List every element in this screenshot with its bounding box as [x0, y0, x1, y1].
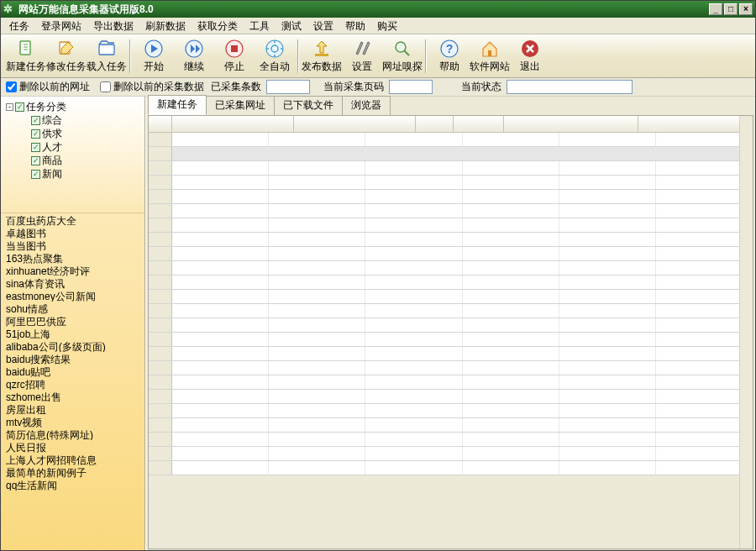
grid-cell[interactable]: [559, 290, 656, 303]
grid-cell[interactable]: [172, 276, 269, 289]
table-row[interactable]: [149, 361, 753, 375]
list-item[interactable]: 阿里巴巴供应: [1, 314, 144, 327]
grid-cell[interactable]: [559, 361, 656, 375]
table-row[interactable]: [149, 261, 753, 276]
delete-prev-data-checkbox[interactable]: 删除以前的采集数据: [100, 80, 204, 94]
grid-cell[interactable]: [269, 433, 365, 446]
grid-cell[interactable]: [172, 290, 269, 303]
grid-cell[interactable]: [559, 318, 656, 332]
grid-cell[interactable]: [269, 333, 365, 346]
list-item[interactable]: 上海人才网招聘信息: [1, 453, 144, 465]
grid-cell[interactable]: [463, 461, 559, 475]
current-page-input[interactable]: [389, 80, 433, 94]
list-item[interactable]: alibaba公司(多级页面): [1, 339, 144, 352]
grid-cell[interactable]: [365, 304, 462, 317]
grid-header-cell[interactable]: [172, 116, 294, 132]
grid-cell[interactable]: [463, 433, 559, 446]
list-item[interactable]: szhome出售: [1, 390, 144, 402]
menu-测试[interactable]: 测试: [276, 18, 307, 34]
grid-cell[interactable]: [656, 361, 753, 375]
grid-cell[interactable]: [463, 304, 559, 317]
grid-cell[interactable]: [172, 147, 269, 160]
menu-购买[interactable]: 购买: [372, 18, 402, 34]
toolbar-load-button[interactable]: 载入任务: [87, 36, 127, 76]
tab-2[interactable]: 已下载文件: [274, 96, 343, 115]
grid-header-cell[interactable]: [416, 116, 454, 132]
grid-cell[interactable]: [656, 276, 753, 289]
grid-cell[interactable]: [172, 176, 269, 189]
grid-cell[interactable]: [269, 261, 365, 275]
grid-cell[interactable]: [365, 204, 462, 218]
grid-cell[interactable]: [656, 204, 753, 218]
table-row[interactable]: [149, 218, 753, 233]
grid-cell[interactable]: [463, 404, 559, 417]
grid-cell[interactable]: [656, 347, 753, 360]
list-item[interactable]: qq生活新闻: [1, 478, 144, 491]
table-row[interactable]: [149, 233, 753, 247]
grid-cell[interactable]: [269, 447, 365, 460]
list-item[interactable]: 最简单的新闻例子: [1, 465, 144, 478]
grid-cell[interactable]: [172, 461, 269, 475]
collected-count-input[interactable]: [266, 80, 310, 94]
grid-cell[interactable]: [172, 161, 269, 175]
close-button[interactable]: ×: [739, 3, 753, 15]
table-row[interactable]: [149, 404, 753, 418]
grid-cell[interactable]: [269, 290, 365, 303]
grid-cell[interactable]: [365, 433, 462, 446]
grid-cell[interactable]: [559, 276, 656, 289]
grid-cell[interactable]: [559, 404, 656, 417]
tree-item[interactable]: 综合: [6, 113, 141, 127]
grid-cell[interactable]: [656, 218, 753, 232]
tree-check-icon[interactable]: [31, 143, 40, 152]
grid-header-cell[interactable]: [504, 116, 638, 132]
grid-cell[interactable]: [463, 390, 559, 403]
tree-item[interactable]: 人才: [6, 140, 141, 154]
grid-cell[interactable]: [365, 218, 462, 232]
table-row[interactable]: [149, 133, 753, 147]
table-row[interactable]: [149, 147, 753, 161]
grid-cell[interactable]: [656, 133, 753, 146]
grid-header-cell[interactable]: [294, 116, 416, 132]
grid-cell[interactable]: [559, 247, 656, 260]
grid-cell[interactable]: [172, 190, 269, 203]
toolbar-auto-button[interactable]: 全自动: [255, 36, 295, 76]
grid-cell[interactable]: [269, 304, 365, 317]
grid-cell[interactable]: [269, 276, 365, 289]
menu-导出数据[interactable]: 导出数据: [88, 18, 139, 34]
grid-cell[interactable]: [365, 361, 462, 375]
maximize-button[interactable]: □: [724, 3, 738, 15]
grid-cell[interactable]: [559, 161, 656, 175]
grid-cell[interactable]: [365, 133, 462, 146]
grid-cell[interactable]: [463, 133, 559, 146]
grid-cell[interactable]: [365, 404, 462, 417]
grid-cell[interactable]: [559, 418, 656, 432]
grid-cell[interactable]: [172, 133, 269, 146]
table-row[interactable]: [149, 247, 753, 261]
grid-cell[interactable]: [269, 390, 365, 403]
grid-cell[interactable]: [172, 418, 269, 432]
grid-cell[interactable]: [365, 418, 462, 432]
grid-cell[interactable]: [172, 333, 269, 346]
table-row[interactable]: [149, 390, 753, 404]
grid-cell[interactable]: [463, 204, 559, 218]
tree-item[interactable]: 供求: [6, 127, 141, 140]
grid-cell[interactable]: [172, 247, 269, 260]
grid-cell[interactable]: [656, 304, 753, 317]
grid-cell[interactable]: [365, 333, 462, 346]
grid-cell[interactable]: [656, 233, 753, 246]
grid-cell[interactable]: [365, 461, 462, 475]
grid-cell[interactable]: [269, 318, 365, 332]
list-item[interactable]: 卓越图书: [1, 226, 144, 239]
grid-cell[interactable]: [656, 375, 753, 389]
toolbar-help-button[interactable]: ?帮助: [429, 36, 470, 76]
grid-cell[interactable]: [463, 190, 559, 203]
grid-cell[interactable]: [463, 218, 559, 232]
grid-cell[interactable]: [559, 218, 656, 232]
toolbar-exit-button[interactable]: 退出: [510, 36, 550, 76]
tree-check-icon[interactable]: [31, 170, 40, 179]
grid-cell[interactable]: [172, 390, 269, 403]
grid-cell[interactable]: [365, 147, 462, 160]
grid-cell[interactable]: [269, 161, 365, 175]
grid-cell[interactable]: [463, 247, 559, 260]
tree-item[interactable]: 新闻: [6, 167, 141, 181]
